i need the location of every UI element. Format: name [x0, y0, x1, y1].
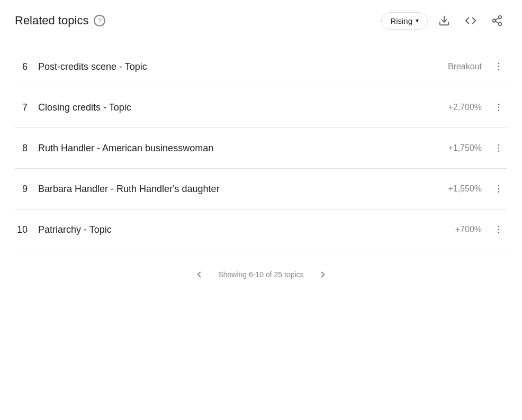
- topic-number: 7: [15, 102, 28, 113]
- share-icon: [491, 15, 503, 26]
- topic-value: Breakout: [434, 62, 482, 71]
- table-row[interactable]: 9 Barbara Handler - Ruth Handler's daugh…: [15, 169, 507, 209]
- svg-point-20: [498, 232, 500, 234]
- svg-line-5: [496, 18, 499, 20]
- more-options-button[interactable]: [490, 221, 507, 238]
- topic-right: Breakout: [434, 58, 507, 75]
- pagination-text: Showing 6-10 of 25 topics: [218, 270, 303, 279]
- topic-right: +700%: [434, 221, 507, 238]
- svg-point-13: [498, 148, 500, 149]
- header-actions: Rising ▾: [381, 11, 507, 31]
- chevron-down-icon: ▾: [416, 17, 419, 24]
- more-vertical-icon: [493, 143, 504, 153]
- topic-name: Closing credits - Topic: [38, 102, 131, 113]
- topic-number: 9: [15, 184, 28, 195]
- topic-value: +700%: [434, 225, 482, 234]
- pagination: Showing 6-10 of 25 topics: [15, 266, 507, 294]
- chevron-right-icon: [318, 270, 328, 279]
- svg-point-18: [498, 226, 500, 227]
- svg-point-15: [498, 185, 500, 187]
- svg-line-4: [496, 21, 499, 23]
- topic-name: Ruth Handler - American businesswoman: [38, 143, 213, 154]
- svg-point-6: [498, 63, 500, 65]
- topic-number: 10: [15, 224, 28, 235]
- topic-right: +1,550%: [434, 180, 507, 197]
- svg-point-14: [498, 151, 500, 152]
- embed-icon: [465, 15, 476, 26]
- topics-list: 6 Post-credits scene - Topic Breakout 7 …: [15, 47, 507, 250]
- more-options-button[interactable]: [490, 58, 507, 75]
- topic-number: 6: [15, 61, 28, 72]
- previous-page-button[interactable]: [191, 266, 208, 283]
- table-row[interactable]: 7 Closing credits - Topic +2,700%: [15, 87, 507, 128]
- topic-left: 9 Barbara Handler - Ruth Handler's daugh…: [15, 184, 220, 195]
- svg-point-8: [498, 69, 500, 71]
- embed-button[interactable]: [461, 11, 481, 31]
- topic-left: 10 Patriarchy - Topic: [15, 224, 112, 235]
- topic-right: +1,750%: [434, 140, 507, 157]
- header-left: Related topics ?: [15, 14, 105, 28]
- filter-label: Rising: [390, 16, 412, 25]
- topic-name: Patriarchy - Topic: [38, 224, 112, 235]
- topic-left: 7 Closing credits - Topic: [15, 102, 131, 113]
- svg-point-19: [498, 229, 500, 231]
- next-page-button[interactable]: [314, 266, 331, 283]
- panel-header: Related topics ? Rising ▾: [15, 11, 507, 31]
- svg-point-11: [498, 110, 500, 112]
- svg-point-7: [498, 66, 500, 68]
- more-vertical-icon: [493, 102, 504, 113]
- topic-name: Barbara Handler - Ruth Handler's daughte…: [38, 184, 220, 195]
- more-vertical-icon: [493, 61, 504, 72]
- download-button[interactable]: [434, 11, 454, 31]
- more-options-button[interactable]: [490, 180, 507, 197]
- topic-name: Post-credits scene - Topic: [38, 61, 147, 72]
- help-icon-button[interactable]: ?: [94, 15, 105, 26]
- svg-point-17: [498, 191, 500, 193]
- topic-value: +1,550%: [434, 184, 482, 194]
- svg-point-10: [498, 107, 500, 108]
- svg-point-16: [498, 188, 500, 190]
- topic-left: 8 Ruth Handler - American businesswoman: [15, 143, 213, 154]
- more-vertical-icon: [493, 224, 504, 235]
- topic-right: +2,700%: [434, 99, 507, 116]
- panel-title: Related topics: [15, 14, 88, 28]
- topic-left: 6 Post-credits scene - Topic: [15, 61, 147, 72]
- filter-button[interactable]: Rising ▾: [381, 12, 428, 30]
- svg-point-9: [498, 104, 500, 105]
- share-button[interactable]: [487, 11, 507, 31]
- chevron-left-icon: [194, 270, 204, 279]
- more-options-button[interactable]: [490, 99, 507, 116]
- svg-point-12: [498, 144, 500, 146]
- topic-number: 8: [15, 143, 28, 154]
- more-vertical-icon: [493, 184, 504, 194]
- table-row[interactable]: 10 Patriarchy - Topic +700%: [15, 209, 507, 250]
- topic-value: +2,700%: [434, 103, 482, 112]
- topic-value: +1,750%: [434, 143, 482, 153]
- table-row[interactable]: 8 Ruth Handler - American businesswoman …: [15, 128, 507, 169]
- download-icon: [438, 15, 450, 26]
- more-options-button[interactable]: [490, 140, 507, 157]
- table-row[interactable]: 6 Post-credits scene - Topic Breakout: [15, 47, 507, 87]
- related-topics-panel: Related topics ? Rising ▾: [0, 0, 522, 304]
